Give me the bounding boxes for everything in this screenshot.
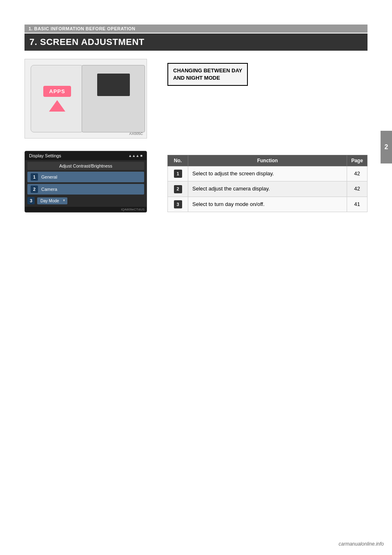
ds-label-camera: Camera — [41, 187, 57, 192]
side-tab-number: 2 — [385, 143, 388, 151]
row-number-cell-0: 1 — [168, 166, 188, 181]
table-row: 3 Select to turn day mode on/off. 41 — [168, 197, 368, 212]
col-page-header: Page — [347, 155, 368, 166]
row-page-cell-1: 42 — [347, 181, 368, 197]
ds-subtitle: Adjust Contrast/Brightness — [27, 162, 144, 170]
second-row: Display Settings ▲▲▲ ■ Adjust Contrast/B… — [24, 151, 368, 213]
ds-header: Display Settings ▲▲▲ ■ — [25, 151, 147, 160]
row-badge-1: 2 — [174, 185, 182, 193]
function-table: No. Function Page 1 Select to adjust the… — [167, 155, 368, 212]
apps-hand-area: APPS — [31, 65, 84, 132]
page-title: 7. SCREEN ADJUSTMENT — [29, 37, 145, 47]
car-image-container: APPS AX005C — [24, 59, 155, 139]
ds-signal-icons: ▲▲▲ ■ — [128, 154, 143, 158]
header-section: 1. BASIC INFORMATION BEFORE OPERATION 7.… — [24, 25, 368, 51]
row-badge-2: 3 — [174, 200, 182, 208]
day-night-box-container: CHANGING BETWEEN DAY AND NIGHT MODE — [167, 59, 368, 86]
day-night-box: CHANGING BETWEEN DAY AND NIGHT MODE — [167, 63, 248, 86]
display-settings-screenshot: Display Settings ▲▲▲ ■ Adjust Contrast/B… — [24, 151, 147, 213]
ds-bottom-row: 3 Day Mode — [27, 197, 144, 204]
ds-title: Display Settings — [29, 153, 61, 158]
apps-arrow-icon — [49, 100, 65, 112]
row-page-cell-2: 41 — [347, 197, 368, 212]
col-no-header: No. — [168, 155, 188, 166]
ds-num-1: 1 — [31, 173, 38, 181]
screen-right: No. Function Page 1 Select to adjust the… — [167, 151, 368, 212]
car-image: APPS AX005C — [24, 59, 147, 139]
ds-label-general: General — [41, 175, 57, 179]
watermark: carmanualonline.info — [339, 541, 384, 547]
ds-num-3: 3 — [27, 197, 35, 204]
first-bullet-row: APPS AX005C CHANGING BETWEEN DAY AND NIG… — [24, 59, 368, 139]
apps-button-label: APPS — [43, 86, 71, 97]
day-night-line1: CHANGING BETWEEN DAY — [173, 67, 242, 74]
table-row: 2 Select adjust the camera display. 42 — [168, 181, 368, 197]
row-number-cell-1: 2 — [168, 181, 188, 197]
day-night-line2: AND NIGHT MODE — [173, 74, 242, 82]
section-title-bar: 7. SCREEN ADJUSTMENT — [24, 34, 368, 51]
row-badge-0: 1 — [174, 170, 182, 178]
content-area: APPS AX005C CHANGING BETWEEN DAY AND NIG… — [24, 59, 368, 213]
row-function-cell-1: Select adjust the camera display. — [188, 181, 347, 197]
ds-num-2: 2 — [31, 186, 38, 193]
car-dashboard — [82, 65, 145, 132]
ds-row-camera: 2 Camera — [27, 184, 144, 195]
car-image-code: AX005C — [129, 132, 143, 136]
side-tab: 2 — [381, 131, 392, 163]
display-settings-area: Display Settings ▲▲▲ ■ Adjust Contrast/B… — [24, 151, 155, 213]
apps-illustration: APPS AX005C — [27, 61, 145, 137]
ds-image-code: IQA809eCTdUS — [25, 207, 147, 212]
col-function-header: Function — [188, 155, 347, 166]
ds-row-general: 1 General — [27, 172, 144, 182]
dashboard-screen — [97, 74, 130, 96]
row-page-cell-0: 42 — [347, 166, 368, 181]
row-function-cell-2: Select to turn day mode on/off. — [188, 197, 347, 212]
section-label: 1. BASIC INFORMATION BEFORE OPERATION — [24, 25, 368, 33]
ds-daymode-dropdown: Day Mode — [37, 197, 67, 204]
row-function-cell-0: Select to adjust the screen display. — [188, 166, 347, 181]
table-row: 1 Select to adjust the screen display. 4… — [168, 166, 368, 181]
row-number-cell-2: 3 — [168, 197, 188, 212]
